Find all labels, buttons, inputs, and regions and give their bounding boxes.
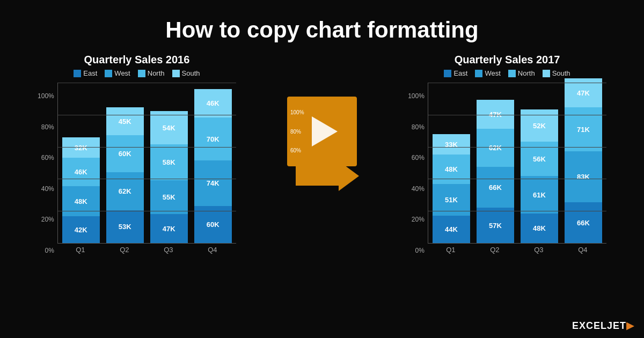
chart-2016: Quarterly Sales 2016 East West North Sou… [38,54,236,254]
bar-q1-west-2016: 48K [62,186,100,216]
bar-q3-east-2016: 47K [150,214,188,243]
bar-group-q2-2016: 53K 62K 60K 45K [106,107,144,243]
bar-group-q3-2016: 47K 55K 58K 54K [150,111,188,243]
bar-q1-south-2017: 33K [433,134,470,155]
legend-south-label-2017: South [552,69,570,77]
chart-2016-bars-row: 42K 48K 46K 32K 53K 62K 60K 45K [57,83,236,244]
legend-south-color-2017 [543,70,550,77]
x-label-q1-2017: Q1 [432,246,470,254]
legend-north-color [138,70,145,77]
bar-q4-west-2017: 83K [565,151,602,202]
bar-q4-south-2016: 46K [194,89,232,117]
bar-q4-west-2016: 74K [194,160,232,206]
bar-q4-east-2017: 66K [565,202,602,243]
exceljet-logo: EXCELJET▶ [572,320,634,332]
bar-q2-west-2017: 66K [477,167,514,208]
bar-group-q3-2017: 48K 61K 56K 52K [521,109,558,243]
legend-south-label: South [182,69,200,77]
bar-q2-north-2016: 60K [106,135,144,172]
play-icon [312,116,338,146]
x-label-q2-2017: Q2 [476,246,514,254]
chart-2016-title: Quarterly Sales 2016 [84,54,190,66]
legend-east-label-2017: East [453,69,467,77]
legend-east-2017: East [444,69,467,77]
legend-south-2017: South [543,69,570,77]
legend-north-color-2017 [508,70,516,77]
bar-q2-south-2017: 47K [477,100,514,129]
bar-q3-north-2017: 56K [521,142,558,176]
page-title: How to copy chart formatting [0,0,644,54]
bar-q2-north-2017: 62K [477,129,514,167]
bar-stack-q2-2017: 57K 66K 62K 47K [477,100,514,243]
legend-south-2016: South [172,69,200,77]
bar-group-q4-2016: 60K 74K 70K 46K [194,89,232,243]
chart-2016-area: 100% 80% 60% 40% 20% 0% [38,83,236,254]
bar-group-q4-2017: 66K 83K 71K 47K [565,78,602,243]
bar-stack-q4-2016: 60K 74K 70K 46K [194,89,232,243]
bar-q3-west-2017: 61K [521,176,558,214]
bar-q1-east-2016: 42K [62,216,100,243]
legend-west-2016: West [105,69,130,77]
legend-west-label: West [114,69,130,77]
bar-q4-east-2016: 60K [194,206,232,243]
legend-north-2017: North [508,69,535,77]
legend-east-color-2017 [444,70,451,77]
legend-south-color [172,70,180,77]
bar-group-q1-2017: 44K 51K 48K 33K [433,134,470,243]
orange-play-box: 100% 80% 60% [287,97,357,166]
chart-2017-bars-xaxis: 44K 51K 48K 33K 57K 66K 62K 47K [428,83,606,254]
bar-q3-east-2017: 48K [521,214,558,243]
bar-q4-north-2016: 70K [194,117,232,160]
bar-q1-north-2017: 48K [433,155,470,184]
chart-2016-y-axis: 100% 80% 60% 40% 20% 0% [38,93,54,254]
chart-2017-bars-row: 44K 51K 48K 33K 57K 66K 62K 47K [428,83,606,244]
x-label-q4-2016: Q4 [194,246,231,254]
bar-q3-south-2016: 54K [150,111,188,144]
chart-2017-y-axis: 100% 80% 60% 40% 20% 0% [408,93,425,254]
bar-stack-q3-2017: 48K 61K 56K 52K [521,109,558,243]
x-label-q2-2016: Q2 [106,246,143,254]
bar-q3-west-2016: 55K [150,180,188,214]
bar-group-q2-2017: 57K 66K 62K 47K [477,100,514,243]
bar-q2-east-2017: 57K [477,208,514,243]
x-label-q3-2017: Q3 [520,246,558,254]
bar-q2-south-2016: 45K [106,107,144,135]
bar-group-q1-2016: 42K 48K 46K 32K [62,137,100,243]
chart-2017-title: Quarterly Sales 2017 [455,54,560,66]
legend-east-label: East [83,69,97,77]
x-label-q4-2017: Q4 [564,246,602,254]
bar-q3-south-2017: 52K [521,109,558,142]
chart-2016-legend: East West North South [74,69,200,77]
x-label-q1-2016: Q1 [62,246,99,254]
chart-2017-x-axis: Q1 Q2 Q3 Q4 [428,246,606,254]
bar-stack-q3-2016: 47K 55K 58K 54K [150,111,188,243]
legend-west-color-2017 [475,70,482,77]
arrow-body [296,166,339,186]
arrow-overlay-wrapper: 100% 80% 60% [279,97,365,191]
legend-west-2017: West [475,69,500,77]
overlay-y-labels: 100% 80% 60% [290,97,304,166]
legend-east-2016: East [74,69,97,77]
legend-north-2016: North [138,69,165,77]
bar-q1-west-2017: 51K [433,184,470,216]
bar-stack-q4-2017: 66K 83K 71K 47K [565,78,602,243]
legend-west-label-2017: West [485,69,500,77]
chart-2017-legend: East West North South [444,69,570,77]
legend-north-label: North [148,69,165,77]
bar-q2-east-2016: 53K [106,210,144,243]
bar-q2-west-2016: 62K [106,172,144,210]
chart-2016-bars-xaxis: 42K 48K 46K 32K 53K 62K 60K 45K [57,83,236,254]
bar-stack-q1-2016: 42K 48K 46K 32K [62,137,100,243]
chart-2017-area: 100% 80% 60% 40% 20% 0% [408,83,606,254]
bar-stack-q2-2016: 53K 62K 60K 45K [106,107,144,243]
bar-q3-north-2016: 58K [150,144,188,180]
bar-q1-east-2017: 44K [433,216,470,243]
chart-2016-x-axis: Q1 Q2 Q3 Q4 [57,246,236,254]
legend-east-color [74,70,81,77]
bar-q1-south-2016: 32K [62,137,100,158]
bar-q4-north-2017: 71K [565,107,602,151]
legend-north-label-2017: North [518,69,535,77]
charts-container: Quarterly Sales 2016 East West North Sou… [0,54,644,254]
legend-west-color [105,70,112,77]
bar-stack-q1-2017: 44K 51K 48K 33K [433,134,470,243]
